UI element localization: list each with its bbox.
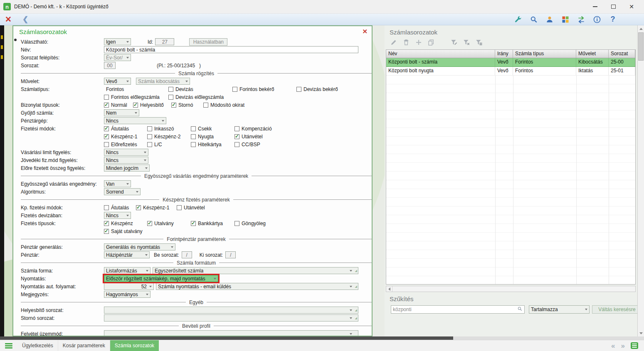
filter-list-icon[interactable] [475,38,483,46]
checkbox-tip-bankkartya[interactable]: Bankkártya [191,221,234,226]
tab-szamla-sorozatok[interactable]: Számla sorozatok [110,340,159,351]
checkbox-forintos-bekero[interactable]: Forintos bekérő [232,86,296,92]
close-icon[interactable]: ✕ [622,0,641,14]
checkbox-kp-atutalas[interactable]: Átutalás [104,205,136,211]
menu-icon[interactable] [5,343,12,349]
penztar-gen-select[interactable]: Generálás és nyomtatás [104,243,175,250]
radio-forintos[interactable]: Forintos [104,86,168,92]
column-header-muvelet[interactable]: Művelet [576,50,609,58]
gyujto-select[interactable]: Nem [104,109,139,116]
checkbox-forintos-eloleg[interactable]: Forintos előlegszámla [104,94,168,100]
switch-search-button[interactable]: Váltás keresésre [592,305,642,314]
checkbox-elorefizetes[interactable]: Előrefizetés [104,142,147,147]
column-header-irany[interactable]: Irány [495,50,513,58]
apps-icon[interactable] [561,15,570,24]
muvelet-tipus-select[interactable]: Számla kibocsátás [136,78,190,85]
hasznalatban-button[interactable]: Használatban [189,38,227,46]
checkbox-tip-keszpenz[interactable]: Készpénz [104,221,147,226]
search-input[interactable]: központi [391,305,525,314]
checkbox-hitelkartya[interactable]: Hitelkártya [191,142,234,147]
search-icon[interactable] [529,15,538,24]
checkbox-atutalas[interactable]: Átutalás [104,126,147,132]
scrollbar-thumb[interactable] [638,32,644,61]
checkbox-helyesbito[interactable]: Helyesbítő [133,102,171,108]
felvetel-uzemmod-select[interactable] [104,330,358,336]
table-row[interactable]: Központi bolt nyugta Vevő Forintos Iktat… [386,67,635,76]
horizontal-scrollbar[interactable] [0,336,644,340]
minimize-icon[interactable] [586,0,604,14]
helyesbito-sorozat-select[interactable]: ◢ [104,307,358,314]
match-mode-select[interactable]: Tartalmazza [529,305,590,314]
checkbox-kompenzacio[interactable]: Kompenzáció [234,126,272,132]
szamla-forma-select[interactable]: Listaformázás [104,267,151,274]
checkbox-devizas[interactable]: Devizás [168,86,232,92]
ki-sorozat-input[interactable]: / [225,251,236,258]
tab-kosar-parameterek[interactable]: Kosár paraméterek [58,340,110,351]
checkbox-csekk[interactable]: Csekk [191,126,234,132]
checkbox-tip-gongyoleg[interactable]: Göngyöleg [234,221,266,226]
szamla-forma-tipus-select[interactable]: Egyszerűsített számla◢ [153,267,358,274]
edit-icon[interactable] [390,38,397,46]
filter-edit-icon[interactable] [450,38,458,46]
checkbox-keszpenz2[interactable]: Készpénz-2 [147,134,191,140]
checkbox-sajat-utalvany[interactable]: Saját utalvány [104,228,142,234]
scroll-left-icon[interactable] [386,286,392,292]
scrollbar-thumb[interactable] [0,336,453,340]
delete-icon[interactable] [402,38,410,46]
nyomtatas-select-highlighted[interactable]: Először rögzített számlakép, majd nyomta… [104,275,218,282]
elore-fizetett-select[interactable]: Minden jogcím [104,164,150,172]
penztargep-select[interactable]: Nincs [104,117,166,124]
column-header-nev[interactable]: Név [386,50,495,58]
grid-view-icon[interactable] [631,342,638,349]
checkbox-lc[interactable]: L/C [147,142,191,147]
valaszthato-select[interactable]: Igen [104,38,131,45]
storno-sorozat-select[interactable]: ◢ [104,314,358,322]
nev-input[interactable]: Központi bolt - számla [104,46,358,53]
checkbox-nyugta[interactable]: Nyugta [191,134,234,140]
table-row-selected[interactable]: Központi bolt - számla Vevő Forintos Kib… [386,58,635,67]
penztar-select[interactable]: Házipénztár [104,251,150,258]
checkbox-utanvetel[interactable]: Utánvétel [234,134,263,140]
checkbox-ccbsp[interactable]: CC/BSP [234,142,260,147]
nyomt-aut-folyamat-select[interactable]: Számla nyomtatás - email küldés◢ [156,283,358,290]
checkbox-devizas-bekero[interactable]: Devizás bekérő [296,86,338,92]
table-horizontal-scrollbar[interactable] [386,286,636,292]
column-header-sorozat[interactable]: Sorozat [609,50,635,58]
checkbox-keszpenz1[interactable]: Készpénz-1 [104,134,147,140]
tools-icon[interactable] [513,15,523,24]
megjegyzes-select[interactable]: Hagyományos [104,291,151,298]
transfer-icon[interactable] [577,15,586,24]
algoritmus-select[interactable]: Sorrend [104,188,141,195]
tab-ugyletkezeles[interactable]: Ügyletkezelés [17,340,58,351]
close-icon[interactable]: ✕ [362,28,368,35]
copy-icon[interactable] [427,38,435,46]
column-header-szamla-tipus[interactable]: Számla típus [513,50,576,58]
user-icon[interactable] [545,15,554,24]
jovedeki-select[interactable]: Nincs [104,157,148,164]
checkbox-modosito-okirat[interactable]: Módosító okirat [203,102,244,108]
be-sorozat-input[interactable]: / [182,251,192,258]
sorozat-felepites-select[interactable]: Év-Sor/ [104,54,131,61]
sorozat-input[interactable]: 00 [104,62,116,69]
checkbox-normal[interactable]: Normál [104,102,133,108]
maximize-icon[interactable] [604,0,622,14]
info-icon[interactable] [592,15,602,24]
checkbox-devizas-eloleg[interactable]: Devizás előlegszámla [168,94,224,100]
checkbox-kp-keszpenz1[interactable]: Készpénz-1 [136,205,177,211]
back-icon[interactable]: ❮ [22,16,28,23]
close-icon[interactable]: ✕ [5,15,12,23]
scroll-up-icon[interactable] [638,25,644,32]
double-chevron-right-icon[interactable]: » [621,342,625,349]
checkbox-storno[interactable]: Stornó [171,102,203,108]
checkbox-kp-utanvetel[interactable]: Utánvétel [177,205,205,211]
double-chevron-left-icon[interactable]: « [611,342,615,349]
scroll-down-icon[interactable] [638,330,644,336]
filter-clear-icon[interactable] [462,38,470,46]
checkbox-tip-utalvany[interactable]: Utalvány [147,221,191,226]
fizdeviza-select[interactable]: Nincs [104,212,131,219]
nyomt-aut-number-select[interactable]: 52 [104,283,154,290]
muvelet-select[interactable]: Vevő [104,78,131,85]
checkbox-inkasszo[interactable]: Inkasszó [147,126,191,132]
vasarlasi-limit-select[interactable]: Nincs [104,149,148,156]
vertical-scrollbar[interactable] [637,25,644,336]
